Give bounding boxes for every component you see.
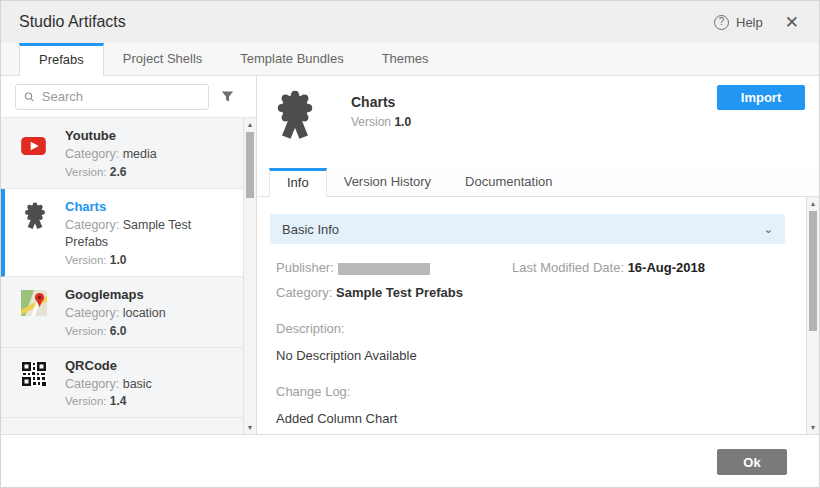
youtube-icon [21, 131, 51, 179]
item-version: Version: 6.0 [65, 324, 166, 338]
scroll-down-icon[interactable]: ▼ [807, 421, 819, 434]
ok-button[interactable]: Ok [717, 449, 787, 475]
import-button[interactable]: Import [717, 85, 805, 110]
item-category: Category: media [65, 146, 157, 163]
category-field: Category: Sample Test Prefabs [276, 285, 785, 300]
item-name: LinkedInOAuth [65, 433, 158, 434]
dialog-title: Studio Artifacts [19, 13, 126, 31]
scrollbar-thumb[interactable] [809, 211, 817, 331]
publisher-redacted [338, 263, 430, 275]
changelog-value: Added Column Chart [276, 411, 785, 426]
item-category: Category: location [65, 305, 166, 322]
linkedin-icon [21, 431, 51, 434]
detail-header: Charts Version 1.0 Import [257, 76, 819, 168]
title-bar: Studio Artifacts ? Help ✕ [1, 1, 819, 43]
detail-tab-bar: Info Version History Documentation [257, 168, 819, 197]
help-icon: ? [714, 15, 729, 30]
tab-project-shells[interactable]: Project Shells [104, 43, 221, 75]
item-version: Version: 1.0 [65, 253, 215, 267]
filter-funnel-icon [220, 89, 235, 104]
list-item-googlemaps[interactable]: Googlemaps Category: location Version: 6… [1, 277, 243, 348]
ribbon-badge-icon [21, 202, 51, 267]
chevron-down-icon: ⌄ [764, 223, 773, 236]
search-box[interactable] [15, 84, 209, 110]
artifact-version: Version 1.0 [351, 115, 411, 129]
list-item-linkedinoauth[interactable]: LinkedInOAuth [1, 418, 243, 434]
detail-scrollbar[interactable]: ▲ ▼ [806, 197, 819, 434]
help-button[interactable]: ? Help [714, 15, 763, 30]
search-input[interactable] [42, 89, 200, 104]
search-row [1, 76, 256, 117]
list-item-qrcode[interactable]: QRCode Category: basic Version: 1.4 [1, 348, 243, 419]
item-name: Charts [65, 199, 215, 214]
basic-info-title: Basic Info [282, 222, 339, 237]
description-value: No Description Available [276, 348, 785, 363]
help-label: Help [736, 15, 763, 30]
basic-info-section-header[interactable]: Basic Info ⌄ [270, 214, 785, 244]
tab-documentation[interactable]: Documentation [448, 168, 569, 196]
tab-prefabs[interactable]: Prefabs [19, 43, 104, 76]
detail-panel: Charts Version 1.0 Import Info Version H… [257, 76, 819, 434]
search-icon [24, 91, 35, 103]
tab-themes[interactable]: Themes [363, 43, 448, 75]
changelog-label: Change Log: [276, 384, 785, 399]
last-modified-field: Last Modified Date: 16-Aug-2018 [512, 260, 705, 275]
info-tab-content: Basic Info ⌄ Publisher: Last Modified Da… [257, 197, 819, 434]
tab-template-bundles[interactable]: Template Bundles [221, 43, 362, 75]
scroll-up-icon[interactable]: ▲ [807, 197, 819, 210]
dialog-footer: Ok [1, 434, 819, 488]
prefab-list: Youtube Category: media Version: 2.6 [1, 117, 256, 434]
filter-button[interactable] [220, 89, 235, 104]
item-category: Category: basic [65, 376, 152, 393]
list-item-charts[interactable]: Charts Category: Sample Test Prefabs Ver… [1, 189, 243, 277]
item-version: Version: 2.6 [65, 165, 157, 179]
item-name: Youtube [65, 128, 157, 143]
item-category: Category: Sample Test Prefabs [65, 217, 215, 251]
artifact-title: Charts [351, 94, 411, 110]
tab-info[interactable]: Info [269, 168, 327, 197]
sidebar-scrollbar[interactable]: ▲ ▼ [243, 118, 256, 434]
scroll-up-icon[interactable]: ▲ [244, 118, 256, 131]
item-name: QRCode [65, 358, 152, 373]
tab-version-history[interactable]: Version History [327, 168, 448, 196]
scrollbar-thumb[interactable] [246, 132, 254, 198]
scroll-down-icon[interactable]: ▼ [244, 421, 256, 434]
map-icon [21, 290, 51, 338]
close-icon[interactable]: ✕ [785, 14, 799, 31]
item-name: Googlemaps [65, 287, 166, 302]
main-tab-bar: Prefabs Project Shells Template Bundles … [1, 43, 819, 76]
qrcode-icon [21, 361, 51, 409]
description-label: Description: [276, 321, 785, 336]
prefab-sidebar: Youtube Category: media Version: 2.6 [1, 76, 257, 434]
publisher-field: Publisher: [276, 260, 512, 275]
list-item-youtube[interactable]: Youtube Category: media Version: 2.6 [1, 118, 243, 189]
studio-artifacts-dialog: Studio Artifacts ? Help ✕ Prefabs Projec… [0, 0, 820, 488]
ribbon-badge-icon-large [271, 88, 319, 144]
item-version: Version: 1.4 [65, 394, 152, 408]
